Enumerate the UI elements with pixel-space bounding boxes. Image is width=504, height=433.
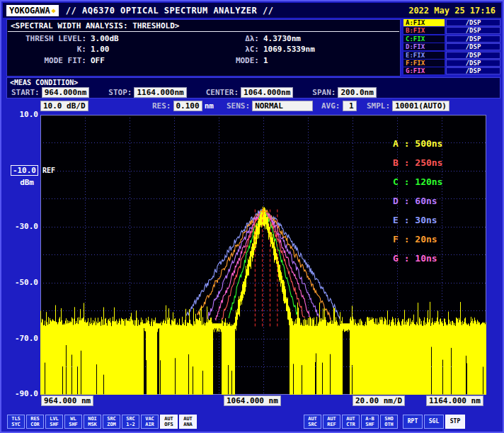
sens-label: SENS:	[227, 101, 250, 111]
analysis-title: <SPECTRAL WIDTH ANALYSIS: THRESHOLD>	[7, 20, 400, 31]
x-axis-scale: 20.00 nm/D	[353, 396, 405, 405]
softkey-bar: TLS SYCRES CORLVL SHFWL SHFNOI MSKSRC ZO…	[1, 415, 504, 430]
trace-label[interactable]: D:FIX	[403, 43, 445, 50]
softkey-noi-msk[interactable]: NOI MSK	[84, 415, 101, 429]
softkey-wl-shf[interactable]: WL SHF	[64, 415, 82, 429]
res-unit: nm	[205, 101, 214, 111]
level-scale-value[interactable]: 10.0 dB/D	[40, 101, 88, 111]
k-value: 1.00	[91, 45, 198, 54]
trace-label[interactable]: C:FIX	[403, 35, 445, 43]
trace-label[interactable]: B:FIX	[403, 27, 445, 34]
analysis-panel: <SPECTRAL WIDTH ANALYSIS: THRESHOLD> THR…	[6, 19, 401, 77]
x-center-value[interactable]: 1064.000 nm	[224, 395, 281, 406]
thresh-level-value: 3.00dB	[91, 34, 198, 43]
trace-legend: A : 500nsB : 250nsC : 120nsD : 60nsE : 3…	[393, 134, 442, 268]
softkey-aut-ctr[interactable]: AUT CTR	[342, 415, 360, 429]
softkey-src-zom[interactable]: SRC ZOM	[103, 415, 120, 429]
trace-display-mode[interactable]: /DSP	[446, 52, 500, 59]
x-scale-value[interactable]: 20.00 nm/D	[353, 395, 405, 406]
smpl-value[interactable]: 10001(AUTO)	[392, 101, 449, 111]
x-stop-value[interactable]: 1164.000 nm	[426, 395, 483, 406]
y-axis-unit: dBm	[1, 178, 34, 187]
x-axis-start: 964.000 nm	[41, 396, 93, 405]
ref-marker-label: REF	[42, 167, 55, 174]
x-axis-center: 1064.000 nm	[224, 396, 281, 405]
legend-item-e: E : 30ns	[393, 210, 442, 230]
span-field: SPAN: 200.0nm	[312, 87, 376, 98]
trace-row-a[interactable]: A:FIX/DSP	[403, 19, 500, 26]
res-value[interactable]: 0.100	[173, 101, 202, 111]
softkey-res-cor[interactable]: RES COR	[26, 415, 44, 429]
trace-display-mode[interactable]: /DSP	[446, 27, 500, 34]
softkey-aut-ana[interactable]: AUT ANA	[179, 415, 197, 429]
softkey-group-1: AUT SRCAUT REFAUT CTRA-B SHFSHO OTH	[304, 415, 398, 429]
trace-label[interactable]: F:FIX	[403, 60, 445, 67]
ref-level-box: -10.0	[1, 165, 38, 176]
x-start-value[interactable]: 964.000 nm	[41, 395, 93, 406]
res-label: RES:	[152, 101, 171, 111]
field-label: λC:	[198, 45, 263, 54]
softkey-aut-ref[interactable]: AUT REF	[323, 415, 340, 429]
field-label: Δλ:	[198, 34, 263, 43]
stop-value[interactable]: 1164.000nm	[134, 87, 186, 98]
field-label: MODE:	[198, 56, 263, 65]
field-label: K:	[7, 45, 91, 54]
span-value[interactable]: 200.0nm	[338, 87, 376, 98]
y-axis-label: -90.0	[1, 389, 38, 398]
center-value[interactable]: 1064.000nm	[241, 87, 293, 98]
trace-display-mode[interactable]: /DSP	[446, 60, 500, 67]
softkey-sgl[interactable]: SGL	[424, 415, 444, 429]
span-label: SPAN:	[312, 88, 336, 97]
analysis-divider	[8, 31, 399, 32]
trace-display-mode[interactable]: /DSP	[446, 43, 500, 50]
delta-lambda-value: 4.3730nm	[263, 34, 400, 43]
softkey-aut-ofs[interactable]: AUT OFS	[160, 415, 178, 429]
trace-display-mode[interactable]: /DSP	[446, 67, 500, 74]
y-axis-label: -50.0	[1, 278, 38, 287]
softkey-group-0: TLS SYCRES CORLVL SHFWL SHFNOI MSKSRC ZO…	[7, 415, 197, 429]
softkey-src-1-2[interactable]: SRC 1-2	[122, 415, 139, 429]
trace-label[interactable]: A:FIX	[403, 19, 445, 26]
legend-item-f: F : 20ns	[393, 230, 442, 249]
graph-area: REF A : 500nsB : 250nsC : 120nsD : 60nsE…	[40, 115, 486, 395]
trace-row-d[interactable]: D:FIX/DSP	[403, 43, 500, 50]
trace-row-b[interactable]: B:FIX/DSP	[403, 27, 500, 34]
logo-diamond-icon: ◆	[52, 6, 56, 14]
softkey-sho-oth[interactable]: SHO OTH	[380, 415, 398, 429]
trace-display-mode[interactable]: /DSP	[446, 35, 500, 43]
ref-level-value[interactable]: -10.0	[11, 165, 38, 176]
smpl-label: SMPL:	[367, 101, 390, 111]
softkey-group-2: RPTSGLSTP	[403, 415, 465, 429]
avg-value[interactable]: 1	[343, 101, 357, 111]
softkey-tls-syc[interactable]: TLS SYC	[7, 415, 25, 429]
field-label: MODE FIT:	[7, 56, 91, 65]
yokogawa-logo: YOKOGAWA ◆	[6, 5, 59, 16]
start-field: START: 964.000nm	[11, 87, 89, 98]
softkey-a-b-shf[interactable]: A-B SHF	[361, 415, 379, 429]
avg-label: AVG:	[321, 101, 340, 111]
y-axis-label: -70.0	[1, 334, 38, 343]
trace-row-e[interactable]: E:FIX/DSP	[403, 52, 500, 59]
softkey-aut-src[interactable]: AUT SRC	[304, 415, 321, 429]
softkey-lvl-shf[interactable]: LVL SHF	[45, 415, 63, 429]
mode-value: 1	[263, 56, 400, 65]
trace-row-g[interactable]: G:FIX/DSP	[403, 67, 500, 74]
center-field: CENTER: 1064.000nm	[206, 87, 294, 98]
start-value[interactable]: 964.000nm	[42, 87, 90, 98]
stop-label: STOP:	[108, 88, 132, 97]
resolution-field: RES: 0.100 nm	[152, 100, 214, 111]
trace-row-f[interactable]: F:FIX/DSP	[403, 60, 500, 67]
softkey-stp[interactable]: STP	[445, 415, 465, 429]
sens-value[interactable]: NORMAL	[252, 101, 313, 111]
average-field: AVG: 1	[321, 100, 357, 111]
softkey-vac-air[interactable]: VAC AIR	[141, 415, 159, 429]
trace-label[interactable]: G:FIX	[403, 67, 445, 74]
legend-item-c: C : 120ns	[393, 172, 442, 191]
datetime: 2022 May 25 17:16	[408, 6, 496, 16]
trace-display-mode[interactable]: /DSP	[446, 19, 500, 26]
trace-row-c[interactable]: C:FIX/DSP	[403, 35, 500, 43]
trace-label[interactable]: E:FIX	[403, 52, 445, 59]
field-label: THRESH LEVEL:	[7, 34, 91, 43]
stop-field: STOP: 1164.000nm	[108, 87, 186, 98]
softkey-rpt[interactable]: RPT	[403, 415, 423, 429]
